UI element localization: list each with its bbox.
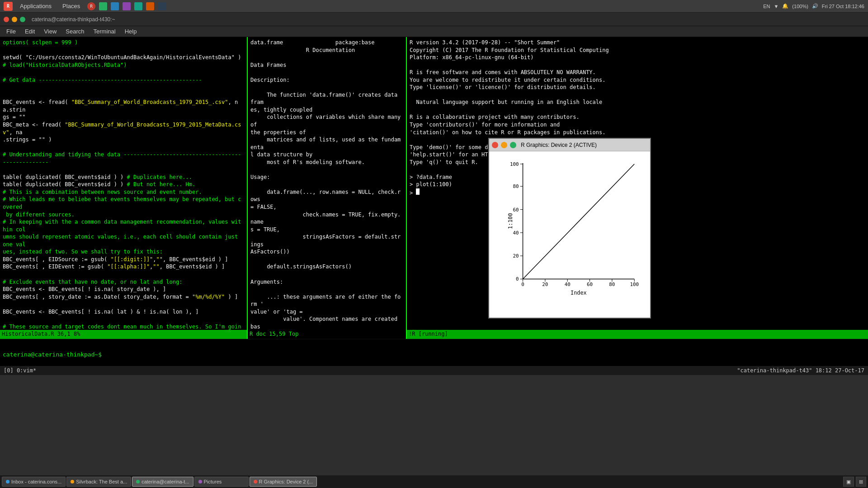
- app4-tray-icon[interactable]: [134, 2, 142, 10]
- svg-text:Index: Index: [571, 290, 587, 296]
- vim-content: options( sclpen = 999 ) setwd( "C:/Users…: [3, 39, 244, 330]
- taskbar-item-pictures[interactable]: Pictures: [194, 477, 249, 487]
- r-status: !R [running]: [407, 330, 868, 339]
- system-tray: EN ▼ 🔔 (100%) 🔊 Fri 27 Oct 18:12:46: [763, 3, 864, 9]
- terminal-prompt-area[interactable]: caterina@caterina-thinkpad~$: [0, 339, 868, 366]
- bell-icon: 🔔: [782, 3, 788, 9]
- search-menu[interactable]: Search: [61, 27, 89, 36]
- taskbar-desktop-icon[interactable]: ⊞: [856, 477, 866, 487]
- svg-text:40: 40: [513, 230, 519, 236]
- vim-statusline-right: "caterina-thinkpad-t43" 18:12 27-Oct-17: [737, 367, 864, 374]
- r-graphics-titlebar: R Graphics: Device 2 (ACTIVE): [489, 139, 650, 151]
- app3-tray-icon[interactable]: [123, 2, 131, 10]
- top-application-bar: R Applications Places R EN ▼ 🔔 (100%) 🔊 …: [0, 0, 868, 13]
- svg-text:20: 20: [542, 282, 548, 287]
- help-status: R doc 15,59 Top: [248, 330, 407, 339]
- terminal-tray-icon[interactable]: [146, 2, 154, 10]
- taskbar-label-silvrback: Silvrback: The Best a...: [76, 479, 127, 484]
- taskbar-item-rgraphics[interactable]: R Graphics: Device 2 (...: [250, 477, 317, 487]
- svg-text:0: 0: [521, 282, 524, 287]
- terminal-title: caterina@caterina-thinkpad-t430:~: [32, 16, 115, 23]
- editor-area: options( sclpen = 999 ) setwd( "C:/Users…: [0, 37, 868, 330]
- file-menu[interactable]: File: [2, 27, 20, 36]
- svg-text:1:100: 1:100: [507, 213, 514, 229]
- r-graphics-min[interactable]: [501, 142, 507, 148]
- plot-area: 0 20 40 60 80 100 Index 0 20 40 60 80: [489, 151, 650, 318]
- taskbar-resize-icon[interactable]: ▣: [843, 477, 854, 487]
- firefox-tray-icon[interactable]: [111, 2, 119, 10]
- r-graphics-max[interactable]: [510, 142, 516, 148]
- prompt-line: caterina@caterina-thinkpad~$: [3, 341, 865, 359]
- keyboard-layout: EN: [763, 4, 770, 9]
- prompt-text: caterina@caterina-thinkpad~$: [3, 351, 102, 358]
- taskbar-dot-inbox: [6, 480, 9, 483]
- taskbar-dot-silvrback: [71, 480, 74, 483]
- terminal-titlebar: caterina@caterina-thinkpad-t430:~: [0, 13, 868, 26]
- view-menu[interactable]: View: [39, 27, 61, 36]
- taskbar-item-inbox[interactable]: Inbox - caterina.cons...: [2, 477, 66, 487]
- taskbar-label-inbox: Inbox - caterina.cons...: [11, 479, 61, 484]
- vim-editor-pane[interactable]: options( sclpen = 999 ) setwd( "C:/Users…: [0, 37, 248, 330]
- minimize-button[interactable]: [12, 17, 17, 22]
- volume-icon: 🔊: [812, 3, 818, 9]
- close-button[interactable]: [4, 17, 9, 22]
- svg-text:60: 60: [587, 282, 593, 287]
- taskbar-label-terminal: caterina@caterina-t...: [142, 479, 189, 484]
- terminal-window: caterina@caterina-thinkpad-t430:~ File E…: [0, 13, 868, 375]
- datetime: Fri 27 Oct 18:12:46: [822, 4, 864, 9]
- svg-text:80: 80: [513, 183, 519, 189]
- r-graphics-title: R Graphics: Device 2 (ACTIVE): [521, 142, 597, 148]
- svg-text:40: 40: [565, 282, 571, 287]
- r-help-content: data.frame package:base R Documentation …: [250, 39, 403, 330]
- taskbar-item-silvrback[interactable]: Silvrback: The Best a...: [66, 477, 131, 487]
- menu-bar: File Edit View Search Terminal Help: [0, 26, 868, 37]
- vim-statusline: [0] 0:vim* "caterina-thinkpad-t43" 18:12…: [0, 366, 868, 375]
- taskbar-item-terminal[interactable]: caterina@caterina-t...: [132, 477, 193, 487]
- r-graphics-close[interactable]: [492, 142, 498, 148]
- taskbar-dot-terminal: [136, 480, 140, 483]
- edit-menu[interactable]: Edit: [20, 27, 39, 36]
- places-menu[interactable]: Places: [59, 2, 84, 10]
- taskbar: Inbox - caterina.cons... Silvrback: The …: [0, 475, 868, 488]
- img-tray-icon[interactable]: [99, 2, 107, 10]
- svg-text:100: 100: [510, 161, 519, 167]
- r-help-pane[interactable]: data.frame package:base R Documentation …: [248, 37, 407, 330]
- app6-tray-icon[interactable]: [158, 2, 166, 10]
- svg-text:80: 80: [609, 282, 615, 287]
- plot-svg: 0 20 40 60 80 100 Index 0 20 40 60 80: [507, 156, 641, 304]
- taskbar-label-rgraphics: R Graphics: Device 2 (...: [259, 479, 313, 484]
- help-menu[interactable]: Help: [120, 27, 142, 36]
- svg-text:100: 100: [630, 282, 639, 287]
- network-icon: ▼: [774, 4, 778, 9]
- taskbar-dot-pictures: [198, 480, 202, 483]
- applications-menu[interactable]: Applications: [16, 2, 55, 10]
- svg-line-2: [523, 164, 635, 279]
- vim-statusline-left: [0] 0:vim*: [4, 367, 36, 374]
- status-bars: HistoricalData.R 36,1 8% R doc 15,59 Top…: [0, 330, 868, 339]
- svg-text:60: 60: [513, 207, 519, 213]
- taskbar-right: ▣ ⊞: [843, 477, 866, 487]
- taskbar-dot-rgraphics: [254, 480, 257, 483]
- taskbar-label-pictures: Pictures: [204, 479, 222, 484]
- applications-icon: R: [4, 2, 13, 11]
- r-graphics-window[interactable]: R Graphics: Device 2 (ACTIVE) 0 20 40 60…: [488, 138, 651, 319]
- r-tray-icon[interactable]: R: [87, 2, 95, 10]
- svg-text:0: 0: [516, 276, 519, 282]
- battery-status: (100%): [792, 4, 808, 9]
- maximize-button[interactable]: [20, 17, 25, 22]
- vim-status: HistoricalData.R 36,1 8%: [0, 330, 248, 339]
- svg-text:20: 20: [513, 253, 519, 259]
- terminal-menu[interactable]: Terminal: [89, 27, 120, 36]
